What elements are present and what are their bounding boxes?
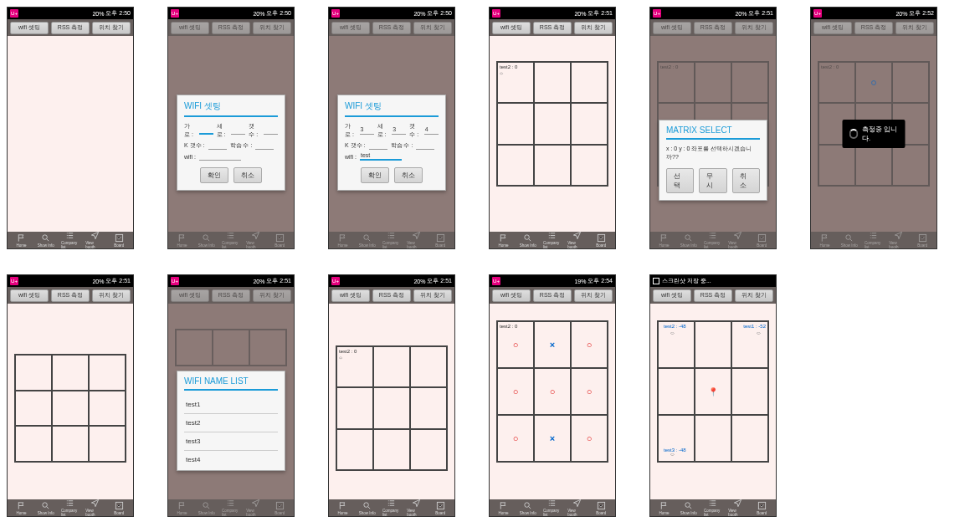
- matrix-cell[interactable]: [336, 429, 373, 470]
- nav-companylist[interactable]: Company list: [61, 499, 80, 517]
- nav-viewbooth[interactable]: View booth: [567, 231, 586, 249]
- matrix-cell[interactable]: test2 : -48⌔: [658, 321, 695, 368]
- cancel-button[interactable]: 취소: [732, 168, 760, 193]
- tab-wifi-setting[interactable]: wifi 셋팅: [171, 22, 209, 34]
- tab-locate[interactable]: 위치 찾기: [735, 289, 773, 302]
- matrix-cell[interactable]: ○: [571, 368, 608, 415]
- nav-board[interactable]: Board: [110, 501, 128, 515]
- matrix-cell[interactable]: [534, 103, 571, 144]
- input-count[interactable]: [264, 126, 278, 135]
- ok-button[interactable]: 확인: [200, 167, 228, 183]
- input-count[interactable]: 4: [424, 126, 439, 135]
- cancel-button[interactable]: 취소: [394, 167, 423, 183]
- matrix-cell[interactable]: [534, 62, 571, 103]
- nav-companylist[interactable]: Company list: [543, 499, 562, 517]
- matrix-cell[interactable]: [89, 355, 126, 391]
- nav-board[interactable]: Board: [752, 501, 771, 515]
- matrix-cell[interactable]: [410, 429, 447, 470]
- wifi-list-item[interactable]: test3: [184, 432, 278, 451]
- nav-home[interactable]: Home: [13, 501, 31, 515]
- matrix-cell[interactable]: [571, 103, 608, 144]
- nav-viewbooth[interactable]: View booth: [85, 499, 104, 517]
- matrix-cell[interactable]: [52, 355, 89, 391]
- matrix-cell[interactable]: [89, 426, 126, 462]
- nav-companylist[interactable]: Company list: [382, 499, 401, 517]
- tab-rss-measure[interactable]: RSS 측정: [51, 289, 90, 302]
- matrix-cell[interactable]: test2 : 0⌔: [336, 346, 373, 387]
- input-learn[interactable]: [416, 141, 434, 150]
- matrix-cell[interactable]: [731, 368, 768, 415]
- matrix-cell[interactable]: [15, 391, 52, 427]
- nav-showinfo[interactable]: Show Info: [519, 501, 537, 515]
- nav-viewbooth[interactable]: View booth: [85, 231, 104, 249]
- matrix-cell[interactable]: ○: [571, 321, 608, 368]
- matrix-cell[interactable]: ×: [534, 321, 571, 368]
- matrix-cell[interactable]: [52, 391, 89, 427]
- matrix-cell[interactable]: ○: [571, 415, 608, 462]
- matrix-cell[interactable]: ○: [497, 415, 534, 462]
- wifi-list-item[interactable]: test2: [184, 414, 278, 432]
- input-wifi[interactable]: [199, 152, 241, 161]
- matrix-cell[interactable]: [89, 391, 126, 427]
- matrix-cell[interactable]: ○: [534, 368, 571, 415]
- tab-locate[interactable]: 위치 찾기: [413, 289, 452, 302]
- tab-wifi-setting[interactable]: wifi 셋팅: [653, 289, 691, 302]
- tab-rss-measure[interactable]: RSS 측정: [533, 22, 572, 34]
- nav-companylist[interactable]: Company list: [704, 499, 722, 517]
- matrix-cell[interactable]: [373, 387, 410, 428]
- tab-wifi-setting[interactable]: wifi 셋팅: [10, 289, 49, 302]
- tab-locate[interactable]: 위치 찾기: [92, 22, 131, 34]
- nav-showinfo[interactable]: Show Info: [37, 233, 55, 248]
- nav-home[interactable]: Home: [655, 501, 674, 515]
- nav-showinfo[interactable]: Show Info: [519, 233, 537, 248]
- tab-rss-measure[interactable]: RSS 측정: [372, 289, 411, 302]
- tab-wifi-setting[interactable]: wifi 셋팅: [331, 289, 370, 302]
- matrix-cell[interactable]: test3 : -48⌔: [658, 415, 695, 462]
- nav-showinfo[interactable]: Show Info: [37, 501, 55, 515]
- nav-home[interactable]: Home: [495, 233, 513, 248]
- select-button[interactable]: 선택: [666, 168, 694, 193]
- matrix-cell[interactable]: [731, 415, 768, 462]
- tab-locate[interactable]: 위치 찾기: [574, 22, 613, 34]
- tab-rss-measure[interactable]: RSS 측정: [51, 22, 90, 34]
- tab-rss-measure[interactable]: RSS 측정: [533, 289, 572, 302]
- tab-rss-measure[interactable]: RSS 측정: [212, 22, 250, 34]
- matrix-cell[interactable]: ○: [497, 368, 534, 415]
- input-kcount[interactable]: [369, 141, 387, 150]
- nav-viewbooth[interactable]: View booth: [407, 499, 425, 517]
- wifi-list-item[interactable]: test4: [184, 451, 278, 468]
- matrix-cell[interactable]: [52, 426, 89, 462]
- matrix-cell[interactable]: [571, 145, 608, 186]
- matrix-cell[interactable]: [336, 387, 373, 428]
- ok-button[interactable]: 확인: [361, 167, 389, 183]
- tab-rss-measure[interactable]: RSS 측정: [694, 289, 732, 302]
- tab-locate[interactable]: 위치 찾기: [253, 22, 291, 34]
- ignore-button[interactable]: 무시: [699, 168, 726, 193]
- nav-companylist[interactable]: Company list: [61, 231, 80, 249]
- cancel-button[interactable]: 취소: [233, 167, 262, 183]
- nav-board[interactable]: Board: [431, 501, 449, 515]
- matrix-cell[interactable]: [695, 415, 731, 462]
- matrix-cell[interactable]: test1 : -52⌔: [731, 321, 768, 368]
- nav-board[interactable]: Board: [592, 501, 610, 515]
- input-width[interactable]: 3: [360, 126, 374, 135]
- tab-wifi-setting[interactable]: wifi 셋팅: [492, 289, 531, 302]
- nav-home[interactable]: Home: [495, 501, 513, 515]
- nav-showinfo[interactable]: Show Info: [680, 501, 698, 515]
- matrix-cell[interactable]: [373, 346, 410, 387]
- matrix-cell[interactable]: [695, 321, 731, 368]
- matrix-cell[interactable]: [497, 103, 534, 144]
- input-width[interactable]: [199, 126, 213, 135]
- tab-locate[interactable]: 위치 찾기: [574, 289, 613, 302]
- nav-viewbooth[interactable]: View booth: [728, 499, 747, 517]
- nav-home[interactable]: Home: [334, 501, 352, 515]
- matrix-cell[interactable]: [658, 368, 695, 415]
- tab-wifi-setting[interactable]: wifi 셋팅: [492, 22, 531, 34]
- matrix-cell[interactable]: [373, 429, 410, 470]
- wifi-list-item[interactable]: test1: [184, 396, 278, 414]
- input-wifi[interactable]: test: [360, 152, 402, 161]
- input-kcount[interactable]: [208, 141, 227, 150]
- matrix-cell[interactable]: [571, 62, 608, 103]
- matrix-cell[interactable]: test2 : 0⌔: [497, 62, 534, 103]
- nav-home[interactable]: Home: [13, 233, 31, 248]
